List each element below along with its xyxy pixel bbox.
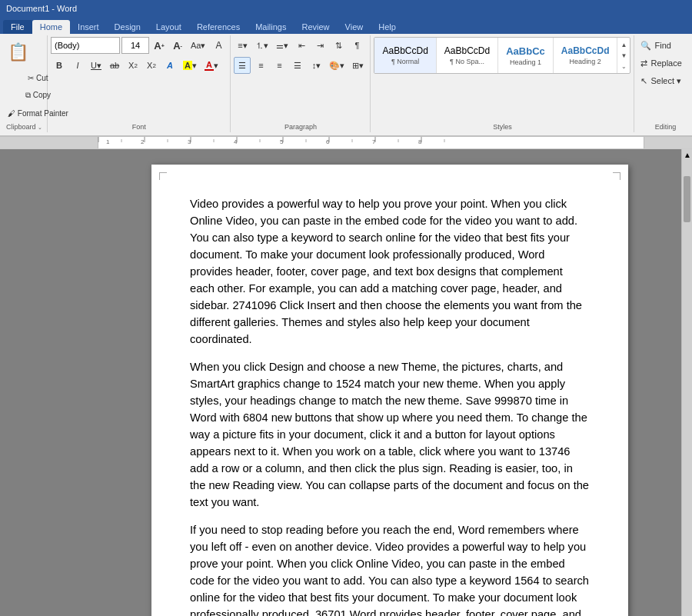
vertical-scrollbar[interactable]: ▲ ▼ [681, 149, 692, 616]
paragraph-1: Video provides a powerful way to help yo… [190, 195, 590, 348]
styles-panel: AaBbCcDd ¶ Normal AaBbCcDd ¶ No Spa... A… [374, 37, 630, 74]
document-area: Video provides a powerful way to help yo… [0, 149, 692, 616]
document-page[interactable]: Video provides a powerful way to help yo… [151, 165, 628, 616]
svg-text:7: 7 [372, 138, 376, 145]
font-group: A+ A- Aa▾ A B I U▾ ab X2 X2 A A▾ [48, 35, 231, 132]
bullet-list-btn[interactable]: ≡▾ [234, 37, 251, 54]
tab-insert[interactable]: Insert [70, 20, 107, 34]
corner-tr [613, 172, 620, 180]
paragraph-2: When you click Design and choose a new T… [190, 358, 590, 511]
paragraph-3: If you need to stop reading before you r… [190, 521, 590, 616]
svg-text:3: 3 [188, 138, 191, 145]
svg-text:8: 8 [418, 138, 422, 145]
tab-design[interactable]: Design [107, 20, 148, 34]
styles-scroll-down[interactable]: ▼ [619, 50, 628, 61]
font-size-input[interactable] [121, 37, 149, 54]
style-normal[interactable]: AaBbCcDd ¶ Normal [374, 38, 436, 73]
ruler-left-margin [0, 137, 98, 148]
doc-page-area: Video provides a powerful way to help yo… [98, 149, 681, 616]
styles-expand[interactable]: ⌄ [619, 61, 628, 72]
find-btn[interactable]: 🔍 Find [637, 37, 692, 54]
tab-mailings[interactable]: Mailings [248, 20, 294, 34]
increase-indent-btn[interactable]: ⇥ [311, 37, 328, 54]
align-center-btn[interactable]: ≡ [252, 57, 269, 74]
paste-btn[interactable]: 📋 [5, 37, 32, 68]
scroll-up-arrow[interactable]: ▲ [682, 149, 692, 161]
cursor-icon: ↖ [640, 76, 647, 86]
underline-btn[interactable]: U▾ [88, 57, 105, 74]
font-grow-btn[interactable]: A+ [151, 37, 168, 54]
tab-help[interactable]: Help [371, 20, 404, 34]
tab-layout[interactable]: Layout [148, 20, 189, 34]
svg-text:5: 5 [280, 138, 284, 145]
styles-scroll-up[interactable]: ▲ [619, 39, 628, 50]
ribbon-area: 📋 ✂ Cut ⧉ Copy 🖌 Format Painter Clipboar… [0, 34, 692, 137]
sort-btn[interactable]: ⇅ [330, 37, 347, 54]
replace-btn[interactable]: ⇄ Replace [637, 55, 692, 72]
shading-btn[interactable]: 🎨▾ [326, 57, 348, 74]
doc-left-gutter [0, 149, 98, 616]
clear-format-btn[interactable]: A [210, 37, 227, 54]
subscript-btn[interactable]: X2 [125, 57, 141, 74]
font-shrink-btn[interactable]: A- [169, 37, 186, 54]
app-title: Document1 - Word [6, 4, 77, 13]
font-color-btn[interactable]: A▾ [201, 57, 221, 74]
multilevel-list-btn[interactable]: ⚌▾ [273, 37, 291, 54]
select-btn[interactable]: ↖ Select ▾ [637, 72, 692, 89]
search-icon: 🔍 [640, 41, 651, 51]
replace-icon: ⇄ [640, 58, 647, 68]
svg-text:2: 2 [141, 138, 145, 145]
ribbon-tabs: File Home Insert Design Layout Reference… [0, 17, 692, 34]
line-spacing-btn[interactable]: ↕▾ [308, 57, 324, 74]
borders-btn[interactable]: ⊞▾ [349, 57, 367, 74]
svg-text:1: 1 [106, 138, 110, 145]
corner-tl [159, 172, 167, 180]
highlight-btn[interactable]: A▾ [180, 57, 200, 74]
scrollbar-thumb[interactable] [684, 176, 690, 222]
font-name-input[interactable] [51, 37, 120, 54]
title-bar: Document1 - Word [0, 0, 692, 17]
clipboard-group: 📋 ✂ Cut ⧉ Copy 🖌 Format Painter Clipboar… [2, 35, 48, 132]
tab-file[interactable]: File [3, 20, 32, 34]
show-paragraph-btn[interactable]: ¶ [348, 37, 365, 54]
text-effects-btn[interactable]: A [161, 57, 178, 74]
italic-btn[interactable]: I [69, 57, 86, 74]
tab-view[interactable]: View [338, 20, 371, 34]
style-heading1[interactable]: AaBbCc Heading 1 [498, 38, 554, 73]
numbered-list-btn[interactable]: ⒈▾ [252, 37, 271, 54]
strikethrough-btn[interactable]: ab [106, 57, 123, 74]
styles-group: AaBbCcDd ¶ Normal AaBbCcDd ¶ No Spa... A… [371, 35, 634, 132]
tab-review[interactable]: Review [294, 20, 338, 34]
editing-group: 🔍 Find ⇄ Replace ↖ Select ▾ Editing [634, 35, 692, 132]
svg-text:4: 4 [234, 138, 238, 145]
tab-home[interactable]: Home [32, 20, 70, 34]
tab-references[interactable]: References [189, 20, 248, 34]
align-right-btn[interactable]: ≡ [271, 57, 288, 74]
font-case-btn[interactable]: Aa▾ [188, 37, 208, 54]
decrease-indent-btn[interactable]: ⇤ [293, 37, 310, 54]
ruler: 1 2 3 4 5 6 7 8 [0, 137, 692, 149]
paragraph-group: ≡▾ ⒈▾ ⚌▾ ⇤ ⇥ ⇅ ¶ ☰ ≡ ≡ ☰ ↕▾ 🎨▾ ⊞▾ [231, 35, 371, 132]
superscript-btn[interactable]: X2 [143, 57, 160, 74]
bold-btn[interactable]: B [51, 57, 68, 74]
svg-text:6: 6 [326, 138, 330, 145]
styles-scroll: ▲ ▼ ⌄ [617, 38, 630, 73]
style-no-spacing[interactable]: AaBbCcDd ¶ No Spa... [437, 38, 498, 73]
style-heading2[interactable]: AaBbCcDd Heading 2 [554, 38, 618, 73]
align-left-btn[interactable]: ☰ [234, 57, 251, 74]
justify-btn[interactable]: ☰ [289, 57, 306, 74]
ruler-main: 1 2 3 4 5 6 7 8 [98, 137, 644, 148]
ruler-right-margin [644, 137, 692, 148]
